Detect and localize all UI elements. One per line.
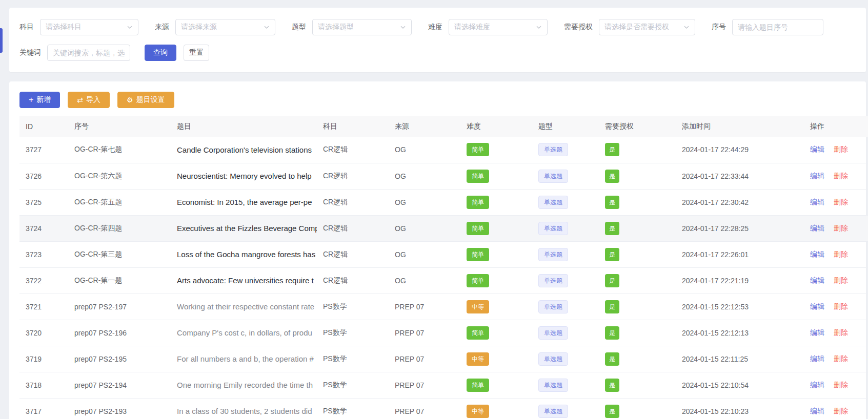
source-select[interactable]: 请选择来源: [175, 19, 275, 35]
question-type-tag: 单选题: [538, 352, 568, 366]
cell-id: 3726: [19, 163, 68, 189]
edit-link[interactable]: 编辑: [810, 198, 824, 206]
cell-source: OG: [389, 137, 460, 163]
question-type-tag: 单选题: [538, 170, 568, 183]
question-table-panel: + 新增 ⇄ 导入 ⚙ 题目设置 ID序号题目科目来源难度题型需要授权添加时间操…: [9, 81, 866, 419]
question-type-tag: 单选题: [538, 196, 568, 209]
column-header-4: 来源: [389, 116, 460, 137]
cell-serial: prep07 PS2-194: [68, 372, 171, 398]
delete-link[interactable]: 删除: [834, 145, 848, 153]
cell-actions: 编辑删除: [804, 215, 868, 241]
delete-link[interactable]: 删除: [834, 381, 848, 389]
reset-button[interactable]: 重置: [184, 45, 209, 61]
cell-difficulty: 简单: [460, 189, 532, 215]
table-row: 3725OG-CR-第五题Economist: In 2015, the ave…: [19, 189, 868, 215]
difficulty-badge: 简单: [467, 196, 489, 209]
serial-input[interactable]: [732, 19, 823, 35]
question-title: Arts advocate: Few universities require …: [171, 267, 317, 294]
edit-link[interactable]: 编辑: [810, 354, 824, 363]
cell-difficulty: 简单: [460, 372, 532, 398]
cell-source: PREP 07: [389, 346, 460, 372]
edit-link[interactable]: 编辑: [810, 328, 824, 337]
cell-question-type: 单选题: [532, 320, 599, 346]
sidebar-collapsed-accent[interactable]: [0, 28, 3, 53]
auth-required-badge: 是: [605, 300, 619, 313]
cell-id: 3723: [19, 241, 68, 267]
column-header-5: 难度: [460, 116, 532, 137]
edit-link[interactable]: 编辑: [810, 407, 824, 415]
filter-group-keyword: 关键词: [19, 45, 130, 61]
auth-select[interactable]: 请选择是否需要授权: [599, 19, 695, 35]
delete-link[interactable]: 删除: [834, 276, 848, 284]
cell-auth-required: 是: [599, 372, 676, 398]
difficulty-badge: 中等: [467, 352, 489, 366]
cell-question-type: 单选题: [532, 294, 599, 320]
cell-serial: prep07 PS2-195: [68, 346, 171, 372]
filter-group-source: 来源 请选择来源: [155, 19, 275, 35]
delete-link[interactable]: 删除: [834, 198, 848, 206]
cell-auth-required: 是: [599, 215, 676, 241]
delete-link[interactable]: 删除: [834, 407, 848, 415]
edit-link[interactable]: 编辑: [810, 302, 824, 310]
delete-link[interactable]: 删除: [834, 172, 848, 180]
cell-question-type: 单选题: [532, 398, 599, 419]
cell-source: PREP 07: [389, 398, 460, 419]
table-header-row: ID序号题目科目来源难度题型需要授权添加时间操作: [19, 116, 868, 137]
cell-added-time: 2024-01-17 22:44:29: [676, 137, 804, 163]
question-title: One morning Emily recorded the time th: [171, 372, 317, 398]
cell-difficulty: 简单: [460, 163, 532, 189]
question-type-select[interactable]: 请选择题型: [312, 19, 412, 35]
cell-question-type: 单选题: [532, 241, 599, 267]
delete-link[interactable]: 删除: [834, 250, 848, 258]
delete-link[interactable]: 删除: [834, 354, 848, 363]
cell-question-type: 单选题: [532, 137, 599, 163]
auth-required-badge: 是: [605, 326, 619, 340]
subject-select[interactable]: 请选择科目: [40, 19, 138, 35]
cell-added-time: 2024-01-17 22:26:01: [676, 241, 804, 267]
cell-source: OG: [389, 215, 460, 241]
cell-id: 3727: [19, 137, 68, 163]
edit-link[interactable]: 编辑: [810, 250, 824, 258]
edit-link[interactable]: 编辑: [810, 145, 824, 153]
cell-added-time: 2024-01-15 22:10:23: [676, 398, 804, 419]
cell-subject: CR逻辑: [317, 241, 389, 267]
difficulty-badge: 简单: [467, 170, 489, 183]
filter-group-subject: 科目 请选择科目: [19, 19, 138, 35]
cell-actions: 编辑删除: [804, 267, 868, 294]
table-row: 3726OG-CR-第六题Neuroscientist: Memory evol…: [19, 163, 868, 189]
cell-source: PREP 07: [389, 320, 460, 346]
keyword-input[interactable]: [47, 45, 130, 61]
question-settings-button[interactable]: ⚙ 题目设置: [117, 92, 174, 108]
cell-added-time: 2024-01-15 22:11:25: [676, 346, 804, 372]
cell-source: PREP 07: [389, 372, 460, 398]
cell-subject: CR逻辑: [317, 189, 389, 215]
auth-required-badge: 是: [605, 352, 619, 366]
search-button[interactable]: 查询: [145, 45, 176, 61]
edit-link[interactable]: 编辑: [810, 276, 824, 284]
delete-link[interactable]: 删除: [834, 328, 848, 337]
edit-link[interactable]: 编辑: [810, 224, 824, 232]
edit-link[interactable]: 编辑: [810, 381, 824, 389]
filter-group-serial: 序号: [712, 19, 823, 35]
edit-link[interactable]: 编辑: [810, 172, 824, 180]
cell-serial: OG-CR-第四题: [68, 215, 171, 241]
import-button[interactable]: ⇄ 导入: [68, 92, 110, 108]
cell-auth-required: 是: [599, 398, 676, 419]
difficulty-badge: 简单: [467, 326, 489, 340]
question-type-tag: 单选题: [538, 379, 568, 392]
cell-auth-required: 是: [599, 294, 676, 320]
delete-link[interactable]: 删除: [834, 302, 848, 310]
question-title: For all numbers a and b, the operation #: [171, 346, 317, 372]
cell-id: 3722: [19, 267, 68, 294]
difficulty-select[interactable]: 请选择难度: [449, 19, 548, 35]
cell-id: 3724: [19, 215, 68, 241]
cell-difficulty: 简单: [460, 241, 532, 267]
question-type-tag: 单选题: [538, 405, 568, 418]
difficulty-badge: 简单: [467, 379, 489, 392]
cell-question-type: 单选题: [532, 372, 599, 398]
add-question-button[interactable]: + 新增: [19, 92, 60, 108]
delete-link[interactable]: 删除: [834, 224, 848, 232]
cell-id: 3718: [19, 372, 68, 398]
cell-difficulty: 简单: [460, 267, 532, 294]
cell-subject: CR逻辑: [317, 267, 389, 294]
